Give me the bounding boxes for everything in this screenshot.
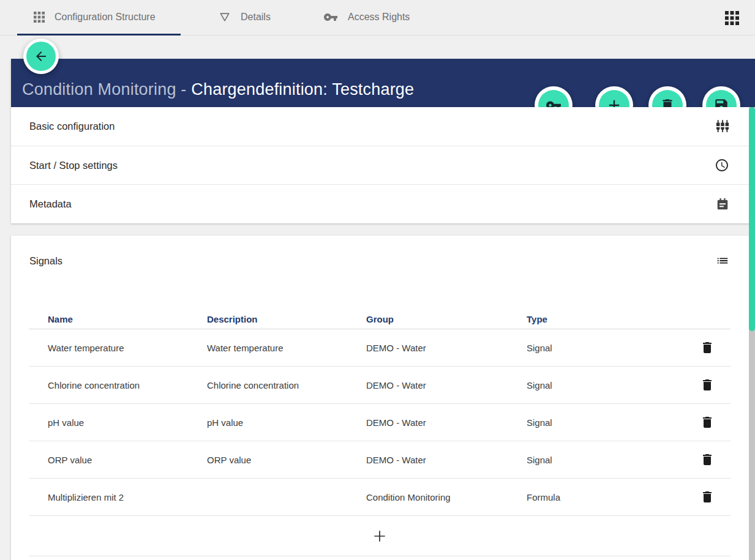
trash-icon[interactable] [700, 490, 715, 504]
plus-icon [372, 528, 388, 544]
calendar-note-icon [716, 198, 729, 211]
cell-description: Water temperature [188, 343, 347, 353]
cell-type: Formula [508, 492, 688, 502]
table-row[interactable]: ORP value ORP value DEMO - Water Signal [29, 441, 731, 479]
column-header-description: Description [188, 314, 347, 324]
funnel-icon [219, 11, 231, 23]
vertical-scrollbar[interactable] [749, 107, 755, 560]
tab-access-rights[interactable]: Access Rights [323, 0, 410, 34]
key-icon [323, 10, 338, 24]
signals-table: Name Description Group Type Water temper… [29, 309, 731, 556]
back-button[interactable] [23, 39, 59, 74]
tab-label: Details [241, 12, 271, 23]
section-label: Basic configuration [29, 121, 115, 132]
cell-name: pH value [29, 417, 188, 428]
trash-icon[interactable] [700, 378, 715, 392]
signals-header: Signals [11, 236, 755, 286]
cell-description: ORP value [188, 455, 347, 465]
cell-name: Chlorine concentration [29, 380, 188, 390]
configuration-sections-card: Basic configuration Start / Stop setting… [11, 107, 755, 223]
cell-group: DEMO - Water [347, 343, 508, 353]
table-row[interactable]: Multiplizieren mit 2 Condition Monitorin… [29, 479, 731, 516]
tab-label: Access Rights [348, 12, 410, 23]
cell-type: Signal [508, 343, 688, 353]
apps-grid-icon[interactable] [725, 11, 739, 25]
section-metadata[interactable]: Metadata [11, 184, 755, 223]
cell-description: Chlorine concentration [188, 380, 347, 390]
section-basic-configuration[interactable]: Basic configuration [11, 107, 755, 146]
page-title-prefix: Condition Monitoring - [22, 80, 191, 99]
arrow-left-icon [26, 42, 56, 71]
cell-group: DEMO - Water [347, 455, 508, 465]
cell-description: pH value [188, 417, 347, 428]
grid-icon [34, 12, 45, 23]
table-row[interactable]: Chlorine concentration Chlorine concentr… [29, 367, 731, 404]
tab-details[interactable]: Details [219, 0, 271, 34]
list-icon[interactable] [716, 254, 729, 267]
page-title-emphasis: Chargendefinition: Testcharge [191, 80, 414, 99]
column-header-name: Name [29, 314, 188, 324]
tab-configuration-structure[interactable]: Configuration Structure [34, 0, 156, 34]
column-header-group: Group [347, 314, 508, 324]
signals-title: Signals [29, 255, 62, 267]
section-label: Start / Stop settings [29, 160, 118, 171]
top-tab-bar: Configuration Structure Details Access R… [0, 0, 755, 35]
trash-icon[interactable] [700, 415, 715, 430]
page-header: Condition Monitoring - Chargendefinition… [11, 59, 755, 107]
trash-icon[interactable] [700, 340, 715, 355]
scrollbar-thumb[interactable] [749, 107, 755, 331]
main-content: Condition Monitoring - Chargendefinition… [11, 35, 755, 560]
cell-type: Signal [508, 380, 688, 390]
cell-type: Signal [508, 455, 688, 465]
cell-group: DEMO - Water [347, 380, 508, 390]
page-title: Condition Monitoring - Chargendefinition… [22, 80, 414, 99]
cell-group: DEMO - Water [347, 417, 508, 428]
cell-group: Condition Monitoring [347, 492, 508, 502]
sliders-icon [716, 119, 729, 133]
signals-card: Signals Name Description Group Type Wate… [11, 236, 755, 560]
table-row[interactable]: pH value pH value DEMO - Water Signal [29, 404, 731, 441]
clock-icon [715, 158, 729, 173]
add-signal-button[interactable] [29, 516, 731, 556]
cell-name: Water temperature [29, 343, 188, 353]
cell-name: Multiplizieren mit 2 [29, 492, 188, 502]
tab-label: Configuration Structure [54, 12, 156, 23]
trash-icon[interactable] [700, 452, 715, 467]
column-header-type: Type [508, 314, 688, 324]
section-start-stop-settings[interactable]: Start / Stop settings [11, 146, 755, 185]
cell-name: ORP value [29, 455, 188, 465]
table-row[interactable]: Water temperature Water temperature DEMO… [29, 329, 731, 367]
table-header-row: Name Description Group Type [29, 309, 731, 329]
section-label: Metadata [29, 198, 72, 210]
cell-type: Signal [508, 417, 688, 428]
